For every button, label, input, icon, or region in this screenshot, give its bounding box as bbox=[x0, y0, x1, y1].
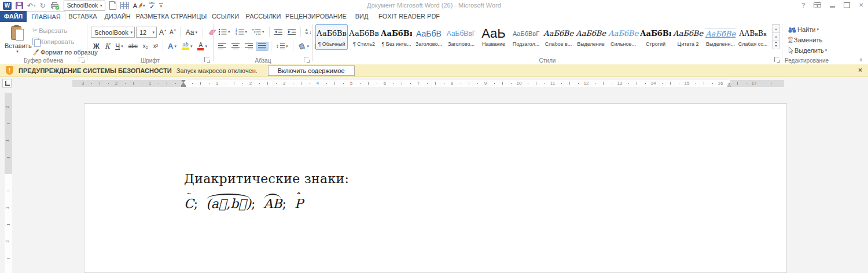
font-size-dropdown-icon[interactable]: ▾ bbox=[150, 30, 156, 35]
font-name-dropdown-icon[interactable]: ▾ bbox=[128, 30, 134, 35]
warning-close-button[interactable]: × bbox=[858, 66, 862, 74]
style-name: Заголово... bbox=[413, 41, 444, 47]
cut-button[interactable]: ✂ Вырезать bbox=[30, 26, 69, 35]
quick-print-button[interactable] bbox=[50, 2, 60, 10]
tab-home[interactable]: ГЛАВНАЯ bbox=[27, 11, 65, 22]
customize-qat-button[interactable]: ▾ bbox=[159, 3, 163, 8]
style-card-14[interactable]: ААВвВвСлабая сс... bbox=[737, 24, 769, 50]
styles-gallery-more-button[interactable]: ▾ bbox=[772, 41, 780, 49]
font-dialog-launcher[interactable] bbox=[204, 57, 209, 62]
tab-review[interactable]: РЕЦЕНЗИРОВАНИЕ bbox=[284, 11, 348, 22]
insert-table-button[interactable] bbox=[120, 2, 129, 9]
undo-dropdown-icon[interactable]: ▾ bbox=[34, 3, 36, 8]
enable-content-button[interactable]: Включить содержимое bbox=[268, 65, 355, 76]
bold-button[interactable]: Ж bbox=[91, 41, 102, 52]
styles-scroll-down-button[interactable]: ▾ bbox=[772, 32, 780, 41]
tab-page-layout[interactable]: РАЗМЕТКА СТРАНИЦЫ bbox=[135, 11, 208, 22]
replace-button[interactable]: abac Заменить bbox=[786, 35, 825, 45]
grow-font-button[interactable]: А▴ bbox=[158, 27, 167, 38]
styles-scroll-up-button[interactable]: ▴ bbox=[772, 24, 780, 33]
h-ruler[interactable]: 3211234567891011121314151617 bbox=[72, 80, 784, 87]
style-card-12[interactable]: АаБбВеЦитата 2 bbox=[672, 24, 704, 50]
ribbon-display-options-button[interactable] bbox=[814, 2, 821, 8]
highlight-button[interactable]: ab ▾ bbox=[179, 41, 195, 51]
shading-dropdown-icon: ▾ bbox=[307, 44, 310, 49]
copy-button[interactable]: Копировать bbox=[30, 37, 76, 46]
font-size-combo[interactable]: 12 ▾ bbox=[136, 27, 157, 38]
tab-foxit-reader-pdf[interactable]: FOXIT READER PDF bbox=[375, 11, 443, 22]
close-button[interactable]: × bbox=[859, 1, 863, 9]
style-set-dropdown-icon[interactable]: ▾ bbox=[143, 3, 145, 8]
style-card-4[interactable]: АаБбВЗаголово... bbox=[413, 24, 445, 50]
tab-design[interactable]: ДИЗАЙН bbox=[100, 11, 135, 22]
ruler-number: 7 bbox=[417, 81, 420, 86]
superscript-button[interactable]: x² bbox=[151, 42, 160, 50]
select-button[interactable]: Выделить ▾ bbox=[786, 46, 829, 55]
style-card-7[interactable]: АаБбВвГПодзагол... bbox=[510, 24, 542, 50]
tab-insert[interactable]: ВСТАВКА bbox=[65, 11, 100, 22]
copy-label: Копировать bbox=[40, 38, 74, 45]
tab-mailings[interactable]: РАССЫЛКИ bbox=[243, 11, 284, 22]
tab-references[interactable]: ССЫЛКИ bbox=[208, 11, 243, 22]
new-document-button[interactable] bbox=[109, 1, 116, 10]
clipboard-dialog-launcher[interactable] bbox=[79, 57, 84, 62]
qat-font-dropdown-icon[interactable]: ▾ bbox=[100, 3, 102, 8]
v-ruler[interactable]: 2112 bbox=[5, 93, 12, 273]
styles-dialog-launcher[interactable] bbox=[774, 57, 779, 62]
style-card-11[interactable]: АаБбВвСтрогий bbox=[639, 24, 672, 50]
style-card-5[interactable]: АаБбВвГЗаголово... bbox=[445, 24, 477, 50]
style-card-6[interactable]: АаЬНазвание bbox=[477, 24, 510, 50]
minimize-button[interactable] bbox=[830, 6, 835, 8]
tab-view[interactable]: ВИД bbox=[348, 11, 375, 22]
ruler-tick bbox=[712, 83, 713, 84]
style-card-10[interactable]: АаБбВеСильное... bbox=[607, 24, 639, 50]
style-card-8[interactable]: АаБбВеСлабое в... bbox=[542, 24, 575, 50]
shading-button[interactable]: ▾ bbox=[296, 42, 312, 51]
align-right-button[interactable] bbox=[242, 42, 255, 51]
style-card-13[interactable]: АаБбВеВыделенн... bbox=[704, 24, 737, 50]
justify-button[interactable] bbox=[256, 42, 269, 51]
tab-stop-selector[interactable] bbox=[2, 79, 12, 88]
save-button[interactable] bbox=[16, 2, 23, 9]
paste-button[interactable]: Вставить ▾ bbox=[5, 24, 30, 54]
style-card-9[interactable]: АаБбВеВыделение bbox=[575, 24, 607, 50]
font-color-button[interactable]: А ▾ bbox=[195, 41, 209, 52]
help-button[interactable]: ? bbox=[801, 2, 805, 9]
undo-button[interactable]: ↶ ▾ bbox=[27, 2, 36, 9]
restore-button[interactable] bbox=[844, 2, 850, 8]
shrink-font-button[interactable]: А▾ bbox=[168, 27, 177, 38]
redo-button[interactable]: ↻ bbox=[40, 2, 46, 9]
qat-font-combo[interactable]: SchoolBook ▾ bbox=[64, 1, 105, 11]
spelling-check-button[interactable]: ABC ✓ bbox=[149, 2, 155, 9]
style-card-3[interactable]: АаБбВв¶ Без инте... bbox=[380, 24, 413, 50]
multilevel-list-button[interactable]: ▾ bbox=[250, 27, 267, 37]
strikethrough-button[interactable]: abc bbox=[126, 42, 140, 50]
increase-indent-button[interactable] bbox=[285, 27, 298, 37]
align-center-button[interactable] bbox=[229, 42, 242, 51]
change-case-button[interactable]: Аа ▾ bbox=[183, 27, 200, 38]
document-page[interactable]: Диакритические знаки: C˜; (a⃗,b⃗); AB; P… bbox=[84, 103, 787, 273]
paragraph-dialog-launcher[interactable] bbox=[304, 57, 309, 62]
left-indent-marker[interactable] bbox=[181, 85, 186, 87]
text-effects-button[interactable]: А▾ bbox=[165, 41, 179, 52]
decrease-indent-button[interactable] bbox=[272, 27, 285, 37]
find-button[interactable]: Найти ▾ bbox=[786, 25, 821, 34]
underline-button[interactable]: Ч▾ bbox=[113, 41, 126, 52]
font-name-combo[interactable]: SchoolBook ▾ bbox=[91, 27, 135, 38]
style-card-1[interactable]: АаБбВв¶ Обычный bbox=[315, 24, 348, 50]
style-set-button[interactable]: А ▾ bbox=[133, 2, 145, 9]
tab-file[interactable]: ФАЙЛ bbox=[0, 11, 27, 22]
ruler-tick bbox=[326, 83, 327, 84]
paste-dropdown-icon[interactable]: ▾ bbox=[5, 49, 30, 54]
line-spacing-button[interactable]: ↕ ▾ bbox=[274, 42, 290, 51]
italic-button[interactable]: К bbox=[102, 41, 112, 52]
subscript-button[interactable]: x₂ bbox=[141, 42, 150, 50]
style-card-2[interactable]: АаБбВв¶ Стиль2 bbox=[348, 24, 380, 50]
bullets-button[interactable]: ▾ bbox=[216, 27, 233, 37]
ruler-tick bbox=[108, 83, 109, 84]
highlight-color-bar bbox=[182, 48, 189, 50]
align-left-button[interactable] bbox=[216, 42, 229, 51]
style-name: ¶ Без инте... bbox=[381, 41, 412, 47]
numbering-button[interactable]: 123 ▾ bbox=[233, 27, 250, 37]
collapse-ribbon-button[interactable]: ∧ bbox=[859, 57, 863, 63]
